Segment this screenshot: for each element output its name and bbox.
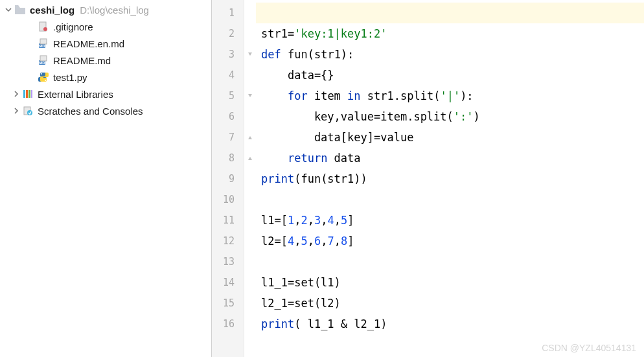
fold-marker [244, 3, 256, 23]
code-line[interactable] [256, 3, 644, 23]
code-editor[interactable]: 12345678910111213141516 str1='key:1|key1… [212, 0, 644, 357]
library-icon [22, 88, 34, 100]
code-line[interactable]: l1_1=set(l1) [256, 272, 644, 293]
svg-text:MD: MD [39, 61, 45, 65]
chevron-right-icon[interactable] [12, 89, 21, 98]
code-line[interactable]: str1='key:1|key1:2' [256, 23, 644, 44]
tree-file-label: .gitignore [53, 21, 93, 32]
line-number[interactable]: 1 [212, 3, 244, 23]
tree-external-label: External Libraries [38, 89, 113, 100]
fold-marker [244, 65, 256, 86]
code-line[interactable]: def fun(str1): [256, 44, 644, 65]
fold-marker [244, 106, 256, 127]
chevron-right-icon[interactable] [12, 106, 21, 115]
code-line[interactable]: l1=[1,2,3,4,5] [256, 210, 644, 231]
scratches-icon [22, 105, 34, 117]
line-number[interactable]: 13 [212, 251, 244, 272]
line-number[interactable]: 14 [212, 272, 244, 293]
line-number[interactable]: 2 [212, 23, 244, 44]
tree-file-label: test1.py [53, 72, 87, 83]
fold-marker [244, 23, 256, 44]
tree-file-readme-en[interactable]: MD README.en.md [0, 35, 211, 52]
fold-marker [244, 293, 256, 314]
line-number[interactable]: 15 [212, 293, 244, 314]
line-number[interactable]: 16 [212, 314, 244, 334]
tree-file-label: README.md [53, 55, 111, 66]
tree-root-folder[interactable]: ceshi_log D:\log\ceshi_log [0, 1, 211, 18]
fold-marker [244, 314, 256, 334]
fold-marker [244, 251, 256, 272]
svg-point-8 [41, 73, 42, 75]
line-number[interactable]: 7 [212, 127, 244, 148]
code-line[interactable]: key,value=item.split(':') [256, 106, 644, 127]
line-number[interactable]: 9 [212, 168, 244, 189]
tree-scratches-label: Scratches and Consoles [38, 106, 143, 117]
code-line[interactable]: l2_1=set(l2) [256, 293, 644, 314]
fold-marker[interactable] [244, 44, 256, 65]
code-line[interactable] [256, 251, 644, 272]
line-number[interactable]: 4 [212, 65, 244, 86]
code-content[interactable]: str1='key:1|key1:2'def fun(str1): data={… [256, 0, 644, 357]
folder-icon [14, 4, 26, 16]
tree-file-test1[interactable]: test1.py [0, 69, 211, 86]
line-number[interactable]: 8 [212, 148, 244, 168]
chevron-down-icon[interactable] [4, 5, 13, 14]
gitignore-file-icon [38, 21, 49, 32]
svg-rect-10 [23, 90, 25, 98]
line-number[interactable]: 6 [212, 106, 244, 127]
tree-file-label: README.en.md [53, 38, 124, 49]
code-line[interactable]: data[key]=value [256, 127, 644, 148]
markdown-file-icon: MD [38, 38, 49, 49]
code-line[interactable] [256, 189, 644, 210]
svg-text:MD: MD [39, 44, 45, 48]
line-number[interactable]: 10 [212, 189, 244, 210]
line-number[interactable]: 11 [212, 210, 244, 231]
svg-rect-13 [31, 90, 32, 98]
project-tree[interactable]: ceshi_log D:\log\ceshi_log .gitignore MD… [0, 0, 212, 357]
python-file-icon [38, 71, 49, 83]
svg-point-1 [43, 27, 47, 31]
line-number[interactable]: 5 [212, 86, 244, 106]
code-line[interactable]: print(fun(str1)) [256, 168, 644, 189]
code-line[interactable]: l2=[4,5,6,7,8] [256, 231, 644, 251]
line-number[interactable]: 3 [212, 44, 244, 65]
fold-marker[interactable] [244, 127, 256, 148]
tree-file-gitignore[interactable]: .gitignore [0, 18, 211, 35]
fold-gutter[interactable] [244, 0, 256, 357]
tree-scratches[interactable]: Scratches and Consoles [0, 102, 211, 119]
fold-marker [244, 272, 256, 293]
fold-marker [244, 210, 256, 231]
tree-root-label: ceshi_log [30, 5, 75, 16]
tree-external-libraries[interactable]: External Libraries [0, 86, 211, 102]
code-line[interactable]: print( l1_1 & l2_1) [256, 314, 644, 334]
fold-marker[interactable] [244, 148, 256, 168]
fold-marker[interactable] [244, 86, 256, 106]
svg-point-9 [45, 80, 46, 81]
tree-file-readme[interactable]: MD README.md [0, 52, 211, 69]
fold-marker [244, 168, 256, 189]
tree-root-path: D:\log\ceshi_log [80, 5, 149, 16]
fold-marker [244, 231, 256, 251]
line-number[interactable]: 12 [212, 231, 244, 251]
code-line[interactable]: return data [256, 148, 644, 168]
markdown-file-icon: MD [38, 54, 49, 66]
svg-rect-11 [26, 90, 28, 98]
svg-rect-4 [40, 39, 47, 44]
fold-marker [244, 189, 256, 210]
code-line[interactable]: for item in str1.split('|'): [256, 86, 644, 106]
line-number-gutter[interactable]: 12345678910111213141516 [212, 0, 244, 357]
code-line[interactable]: data={} [256, 65, 644, 86]
svg-rect-7 [40, 56, 47, 61]
svg-rect-12 [29, 90, 30, 98]
